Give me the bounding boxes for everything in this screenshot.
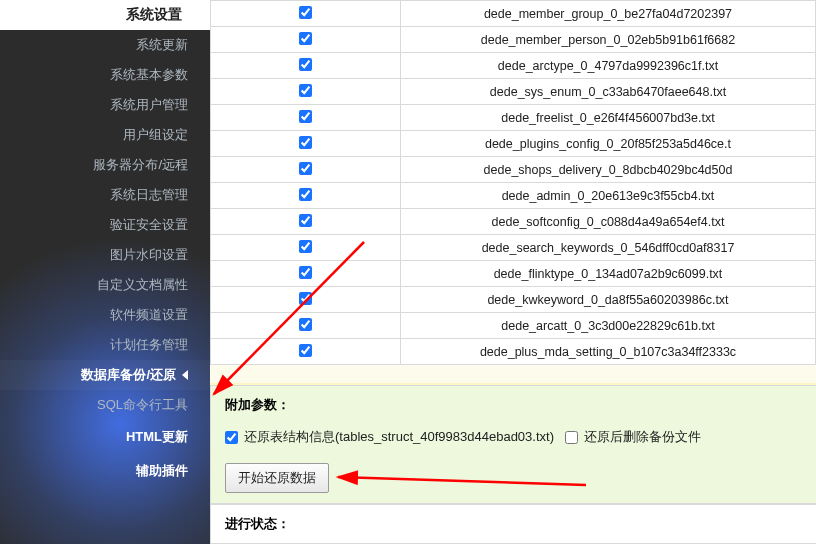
checkbox-cell [211,183,401,209]
filename-cell: dede_plugins_config_0_20f85f253a5d46ce.t [401,131,816,157]
checkbox-cell [211,209,401,235]
params-panel: 附加参数： 还原表结构信息(tables_struct_40f9983d44eb… [210,385,816,504]
struct-option[interactable]: 还原表结构信息(tables_struct_40f9983d44ebad03.t… [225,428,554,446]
params-heading: 附加参数： [225,396,802,414]
struct-label: 还原表结构信息(tables_struct_40f9983d44ebad03.t… [244,428,554,446]
row-checkbox[interactable] [299,188,312,201]
table-row: dede_softconfig_0_c088d4a49a654ef4.txt [211,209,816,235]
sidebar-item-sql-cli[interactable]: SQL命令行工具 [0,390,210,420]
checkbox-cell [211,1,401,27]
sidebar-header-label: 系统设置 [126,6,182,24]
filename-cell: dede_freelist_0_e26f4f456007bd3e.txt [401,105,816,131]
start-restore-button[interactable]: 开始还原数据 [225,463,329,493]
table-row: dede_member_group_0_be27fa04d7202397 [211,1,816,27]
file-table-wrap: dede_member_group_0_be27fa04d7202397dede… [210,0,816,365]
table-row: dede_sys_enum_0_c33ab6470faee648.txt [211,79,816,105]
sidebar-item-db-backup-restore[interactable]: 数据库备份/还原 [0,360,210,390]
row-checkbox[interactable] [299,318,312,331]
table-row: dede_freelist_0_e26f4f456007bd3e.txt [211,105,816,131]
filename-cell: dede_member_group_0_be27fa04d7202397 [401,1,816,27]
checkbox-cell [211,235,401,261]
row-checkbox[interactable] [299,266,312,279]
row-checkbox[interactable] [299,344,312,357]
sidebar-item-scheduled-tasks[interactable]: 计划任务管理 [0,330,210,360]
filename-cell: dede_sys_enum_0_c33ab6470faee648.txt [401,79,816,105]
table-row: dede_plus_mda_setting_0_b107c3a34ff2333c [211,339,816,365]
table-row: dede_search_keywords_0_546dff0cd0af8317 [211,235,816,261]
checkbox-cell [211,313,401,339]
sidebar-item-custom-doc-attr[interactable]: 自定义文档属性 [0,270,210,300]
sidebar-item-security[interactable]: 验证安全设置 [0,210,210,240]
file-table: dede_member_group_0_be27fa04d7202397dede… [210,0,816,365]
sidebar-item-user-manage[interactable]: 系统用户管理 [0,90,210,120]
sidebar-item-server-remote[interactable]: 服务器分布/远程 [0,150,210,180]
row-checkbox[interactable] [299,136,312,149]
caret-left-icon [182,370,188,380]
filename-cell: dede_shops_delivery_0_8dbcb4029bc4d50d [401,157,816,183]
row-checkbox[interactable] [299,58,312,71]
sidebar-header-system-settings[interactable]: 系统设置 [0,0,210,30]
checkbox-cell [211,131,401,157]
filename-cell: dede_flinktype_0_134ad07a2b9c6099.txt [401,261,816,287]
filename-cell: dede_search_keywords_0_546dff0cd0af8317 [401,235,816,261]
status-heading: 进行状态： [225,515,802,533]
checkbox-cell [211,105,401,131]
row-checkbox[interactable] [299,292,312,305]
checkbox-cell [211,157,401,183]
filename-cell: dede_admin_0_20e613e9c3f55cb4.txt [401,183,816,209]
table-row: dede_flinktype_0_134ad07a2b9c6099.txt [211,261,816,287]
checkbox-cell [211,261,401,287]
filename-cell: dede_kwkeyword_0_da8f55a60203986c.txt [401,287,816,313]
row-checkbox[interactable] [299,214,312,227]
checkbox-cell [211,287,401,313]
sidebar-item-user-group[interactable]: 用户组设定 [0,120,210,150]
row-checkbox[interactable] [299,240,312,253]
table-row: dede_arctype_0_4797da9992396c1f.txt [211,53,816,79]
row-checkbox[interactable] [299,6,312,19]
filename-cell: dede_arctype_0_4797da9992396c1f.txt [401,53,816,79]
main-panel: dede_member_group_0_be27fa04d7202397dede… [210,0,816,544]
row-checkbox[interactable] [299,84,312,97]
sidebar-item-system-log[interactable]: 系统日志管理 [0,180,210,210]
checkbox-cell [211,53,401,79]
delete-option[interactable]: 还原后删除备份文件 [565,428,701,446]
table-row: dede_shops_delivery_0_8dbcb4029bc4d50d [211,157,816,183]
table-row: dede_kwkeyword_0_da8f55a60203986c.txt [211,287,816,313]
params-options-row: 还原表结构信息(tables_struct_40f9983d44ebad03.t… [225,428,802,447]
table-row: dede_plugins_config_0_20f85f253a5d46ce.t [211,131,816,157]
delete-label: 还原后删除备份文件 [584,428,701,446]
sidebar-item-html-update[interactable]: HTML更新 [0,420,210,454]
table-row: dede_arcatt_0_3c3d00e22829c61b.txt [211,313,816,339]
panel-gap [210,365,816,385]
checkbox-cell [211,79,401,105]
struct-checkbox[interactable] [225,431,238,444]
sidebar-item-system-update[interactable]: 系统更新 [0,30,210,60]
table-row: dede_admin_0_20e613e9c3f55cb4.txt [211,183,816,209]
sidebar: 系统设置 系统更新 系统基本参数 系统用户管理 用户组设定 服务器分布/远程 系… [0,0,210,544]
sidebar-menu: 系统设置 系统更新 系统基本参数 系统用户管理 用户组设定 服务器分布/远程 系… [0,0,210,488]
sidebar-item-aux-plugin[interactable]: 辅助插件 [0,454,210,488]
checkbox-cell [211,339,401,365]
row-checkbox[interactable] [299,32,312,45]
checkbox-cell [211,27,401,53]
button-row: 开始还原数据 [225,463,802,493]
status-panel: 进行状态： [210,504,816,544]
filename-cell: dede_member_person_0_02eb5b91b61f6682 [401,27,816,53]
delete-checkbox[interactable] [565,431,578,444]
row-checkbox[interactable] [299,162,312,175]
filename-cell: dede_arcatt_0_3c3d00e22829c61b.txt [401,313,816,339]
table-row: dede_member_person_0_02eb5b91b61f6682 [211,27,816,53]
sidebar-item-software-channel[interactable]: 软件频道设置 [0,300,210,330]
filename-cell: dede_softconfig_0_c088d4a49a654ef4.txt [401,209,816,235]
sidebar-item-watermark[interactable]: 图片水印设置 [0,240,210,270]
row-checkbox[interactable] [299,110,312,123]
filename-cell: dede_plus_mda_setting_0_b107c3a34ff2333c [401,339,816,365]
sidebar-item-basic-params[interactable]: 系统基本参数 [0,60,210,90]
